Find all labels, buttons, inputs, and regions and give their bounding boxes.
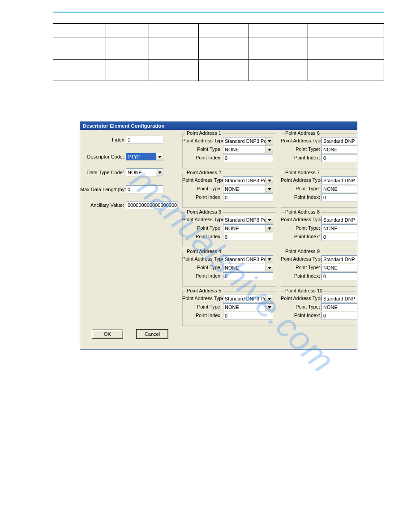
point-address-3-point-type-label: Point Type: [182, 225, 222, 231]
point-address-9-legend: Point Address 9 [284, 249, 321, 254]
point-address-2-legend: Point Address 2 [185, 170, 223, 175]
point-address-7-addr-type-label: Point Address Type: [281, 177, 320, 183]
point-address-5-point-type-combo[interactable]: NONE [223, 303, 273, 311]
point-address-3-point-index-label: Point Index: [182, 234, 222, 239]
cancel-button[interactable]: Cancel [137, 330, 168, 339]
point-address-10-legend: Point Address 10 [284, 288, 324, 293]
chevron-down-icon[interactable] [265, 264, 273, 271]
point-address-3-addr-type-combo[interactable]: Standard DNP3 Point [223, 216, 273, 224]
chevron-down-icon[interactable] [265, 137, 273, 145]
point-address-9-point-index-label: Point Index: [281, 273, 320, 279]
point-address-5-addr-type-combo[interactable]: Standard DNP3 Point [223, 295, 273, 303]
point-address-7-point-type-label: Point Type: [281, 186, 320, 191]
chevron-down-icon[interactable] [156, 169, 163, 176]
point-address-4-addr-type-label: Point Address Type: [182, 256, 222, 262]
point-address-8-legend: Point Address 8 [284, 209, 321, 215]
point-address-2-point-type-label: Point Type: [182, 186, 222, 191]
point-address-2-addr-type-label: Point Address Type: [182, 177, 222, 183]
point-address-1-point-type-combo[interactable]: NONE [223, 146, 273, 154]
dialog-titlebar: Descriptor Element Configuration [80, 122, 357, 130]
point-address-4-addr-type-combo[interactable]: Standard DNP3 Point [223, 255, 273, 263]
point-address-1-addr-type-label: Point Address Type: [182, 138, 222, 143]
data-type-code-label: Data Type Code: [80, 170, 124, 175]
table-row [53, 24, 384, 38]
point-address-1-addr-type-combo[interactable]: Standard DNP3 Point [223, 137, 273, 145]
point-address-6-addr-type-field[interactable]: Standard DNP [321, 137, 357, 145]
chevron-down-icon[interactable] [265, 256, 273, 263]
point-address-3-point-type-combo[interactable]: NONE [223, 224, 273, 232]
point-address-5-point-type-label: Point Type: [182, 304, 222, 309]
chevron-down-icon[interactable] [265, 146, 273, 153]
point-address-4-legend: Point Address 4 [185, 249, 223, 254]
point-address-7-point-type-field[interactable]: NONE [321, 185, 357, 193]
point-address-10-point-type-field[interactable]: NONE [321, 303, 357, 311]
point-address-3-point-index-field[interactable]: 0 [223, 233, 273, 241]
point-address-7-point-index-label: Point Index: [281, 194, 320, 200]
point-address-7-point-index-field[interactable]: 0 [321, 193, 357, 202]
max-data-length-label: Max Data Length(bytes): [80, 187, 124, 192]
point-address-8-point-type-label: Point Type: [281, 225, 320, 231]
point-address-9-addr-type-field[interactable]: Standard DNP [321, 255, 357, 263]
point-address-4-point-index-label: Point Index: [182, 273, 222, 279]
point-address-10-point-index-field[interactable]: 0 [321, 312, 357, 320]
point-address-2-addr-type-combo[interactable]: Standard DNP3 Point [223, 176, 273, 184]
chevron-down-icon[interactable] [265, 295, 273, 302]
point-address-8-addr-type-field[interactable]: Standard DNP [321, 216, 357, 224]
point-address-6-addr-type-label: Point Address Type: [281, 138, 320, 143]
point-address-4-point-type-label: Point Type: [182, 265, 222, 270]
point-address-8-addr-type-label: Point Address Type: [281, 217, 320, 222]
descriptor-code-label: Descriptor Code: [80, 154, 124, 159]
chevron-down-icon[interactable] [265, 304, 273, 311]
point-address-10-point-type-label: Point Type: [281, 304, 320, 309]
chevron-down-icon[interactable] [265, 185, 273, 193]
point-address-5-point-index-label: Point Index: [182, 313, 222, 318]
point-address-4-point-index-field[interactable]: 0 [223, 272, 273, 280]
table-row [53, 60, 384, 81]
point-address-7-addr-type-field[interactable]: Standard DNP [321, 176, 357, 184]
point-address-4-point-type-combo[interactable]: NONE [223, 264, 273, 272]
ancillary-value-field[interactable]: 00000000000000000000000000 [126, 201, 178, 209]
chevron-down-icon[interactable] [265, 177, 273, 184]
point-address-1-point-index-field[interactable]: 0 [223, 154, 273, 162]
point-address-10-addr-type-label: Point Address Type: [281, 296, 320, 301]
point-address-5-legend: Point Address 5 [185, 288, 223, 293]
descriptor-code-combo[interactable]: PTYP [126, 153, 163, 161]
point-address-1-point-type-label: Point Type: [182, 146, 222, 152]
point-address-5-point-index-field[interactable]: 0 [223, 312, 273, 320]
dialog-window: Descriptor Element Configuration Index1D… [80, 121, 357, 350]
point-address-9-point-index-field[interactable]: 0 [321, 272, 357, 280]
table-row [53, 38, 384, 60]
point-address-9-point-type-field[interactable]: NONE [321, 264, 357, 272]
point-address-9-addr-type-label: Point Address Type: [281, 256, 320, 262]
point-address-6-point-type-field[interactable]: NONE [321, 146, 357, 154]
page-top-rule [53, 12, 384, 13]
point-address-1-legend: Point Address 1 [185, 130, 223, 136]
point-address-10-addr-type-field[interactable]: Standard DNP [321, 295, 357, 303]
ok-button[interactable]: OK [92, 330, 123, 339]
ancillary-value-label: Ancillary Value: [80, 202, 124, 208]
point-address-2-point-index-label: Point Index: [182, 194, 222, 200]
point-address-8-point-index-label: Point Index: [281, 234, 320, 239]
max-data-length-field[interactable]: 0 [126, 185, 163, 193]
chevron-down-icon[interactable] [265, 216, 273, 223]
point-address-2-point-type-combo[interactable]: NONE [223, 185, 273, 193]
point-address-6-legend: Point Address 6 [284, 130, 321, 136]
point-address-10-point-index-label: Point Index: [281, 313, 320, 318]
point-address-8-point-type-field[interactable]: NONE [321, 224, 357, 232]
index-field[interactable]: 1 [126, 136, 163, 144]
point-address-2-point-index-field[interactable]: 0 [223, 193, 273, 202]
empty-table [53, 23, 384, 81]
point-address-5-addr-type-label: Point Address Type: [182, 296, 222, 301]
point-address-3-legend: Point Address 3 [185, 209, 223, 215]
point-address-3-addr-type-label: Point Address Type: [182, 217, 222, 222]
point-address-6-point-index-label: Point Index: [281, 155, 320, 160]
point-address-6-point-index-field[interactable]: 0 [321, 154, 357, 162]
chevron-down-icon[interactable] [156, 153, 163, 160]
data-type-code-combo[interactable]: NONE [126, 168, 163, 176]
point-address-7-legend: Point Address 7 [284, 170, 321, 175]
point-address-8-point-index-field[interactable]: 0 [321, 233, 357, 241]
point-address-1-point-index-label: Point Index: [182, 155, 222, 160]
point-address-9-point-type-label: Point Type: [281, 265, 320, 270]
point-address-6-point-type-label: Point Type: [281, 146, 320, 152]
chevron-down-icon[interactable] [265, 225, 273, 232]
